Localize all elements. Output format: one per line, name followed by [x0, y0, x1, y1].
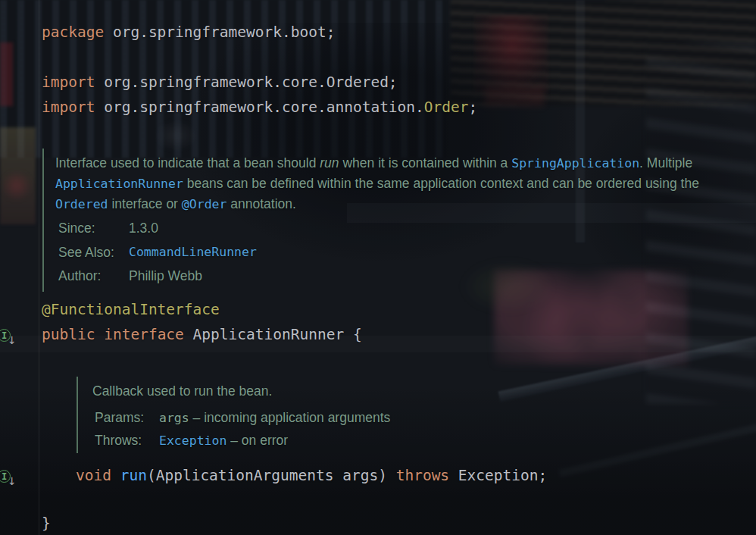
code-line-method-declaration[interactable]: void run(ApplicationArguments args) thro… — [76, 463, 547, 488]
method-name-run: run — [120, 467, 147, 484]
background-foliage — [461, 259, 555, 314]
semicolon: ; — [469, 99, 478, 116]
doc-link-ordered[interactable]: Ordered — [55, 197, 108, 211]
ide-editor: I ↓ I ↓ package org.springframework.boot… — [0, 0, 756, 535]
keyword-throws: throws — [396, 467, 458, 484]
background-rail — [498, 333, 756, 402]
implementations-arrow-icon[interactable]: ↓ — [8, 334, 17, 346]
code-line-import-ordered[interactable]: import org.springframework.core.Ordered; — [42, 70, 398, 95]
method-signature: (ApplicationArguments args) — [147, 467, 396, 484]
open-brace: { — [353, 326, 362, 343]
keyword-interface: interface — [104, 326, 192, 343]
background-red-sign — [474, 15, 548, 92]
keyword-package: package — [42, 23, 113, 41]
close-brace: } — [42, 515, 51, 532]
since-label: Since: — [58, 220, 129, 236]
package-path: org.springframework.boot; — [113, 23, 336, 41]
background-poster-red-dot — [2, 170, 32, 202]
code-line-closing-brace[interactable]: } — [42, 511, 51, 535]
doc-comment-guide-line[interactable] — [42, 149, 44, 292]
background-bouquet-wraps — [646, 42, 756, 404]
author-label: Author: — [58, 268, 129, 284]
implementations-arrow-icon[interactable]: ↓ — [8, 475, 17, 487]
author-value: Phillip Webb — [129, 268, 202, 284]
doc-text: Callback used to run the bean. — [92, 383, 272, 399]
import-order-class: Order — [424, 99, 469, 116]
doc-text: . Multiple — [639, 155, 692, 171]
param-name-args: args — [159, 411, 189, 425]
background-roses — [494, 270, 688, 365]
doc-author-row: Author: Phillip Webb — [58, 268, 202, 284]
doc-throws-row: Throws: Exception – on error — [95, 432, 288, 449]
code-line-interface-declaration[interactable]: public interface ApplicationRunner { — [42, 322, 362, 347]
doc-link-application-runner[interactable]: ApplicationRunner — [55, 177, 183, 191]
doc-link-exception[interactable]: Exception — [159, 433, 226, 448]
params-label: Params: — [95, 409, 159, 427]
background-poles — [451, 0, 756, 106]
background-light-blob — [154, 120, 198, 152]
since-value: 1.3.0 — [129, 220, 158, 236]
class-doc-paragraph: Interface used to indicate that a bean s… — [55, 153, 741, 214]
method-doc-summary: Callback used to run the bean. — [92, 381, 272, 401]
exception-type: Exception; — [458, 467, 547, 484]
background-left-red-sign — [0, 42, 13, 106]
annotation-functional-interface: @FunctionalInterface — [42, 301, 220, 318]
import-path: org.springframework.core.annotation. — [104, 99, 424, 116]
code-line-package[interactable]: package org.springframework.boot; — [42, 20, 335, 45]
interface-gutter-marker[interactable]: I ↓ — [0, 329, 17, 352]
doc-since-row: Since: 1.3.0 — [58, 220, 158, 236]
background-rail-lower — [559, 418, 756, 477]
doc-see-also-row: See Also: CommandLineRunner — [58, 244, 257, 261]
throws-label: Throws: — [95, 432, 159, 449]
method-gutter-marker[interactable]: I ↓ — [0, 470, 17, 493]
interface-icon-letter: I — [2, 471, 7, 482]
param-description: – incoming application arguments — [189, 410, 391, 425]
doc-text: Interface used to indicate that a bean s… — [55, 155, 320, 171]
doc-params-row: Params: args – incoming application argu… — [95, 409, 390, 427]
background-poster — [0, 127, 36, 224]
interface-icon-letter: I — [2, 330, 7, 341]
doc-emphasis-run: run — [320, 155, 339, 171]
code-line-import-order[interactable]: import org.springframework.core.annotati… — [42, 95, 477, 120]
code-line-functional-interface-annotation[interactable]: @FunctionalInterface — [42, 297, 220, 322]
see-also-label: See Also: — [58, 244, 129, 261]
import-path: org.springframework.core.Ordered; — [104, 74, 397, 91]
interface-name: ApplicationRunner — [193, 326, 353, 343]
background-red-sign-small — [485, 86, 544, 106]
throws-description: – on error — [226, 433, 288, 448]
keyword-public: public — [42, 326, 104, 343]
doc-text: annotation. — [226, 196, 295, 211]
doc-comment-guide-line-method[interactable] — [77, 377, 78, 453]
keyword-import: import — [42, 99, 104, 116]
doc-link-order-annotation[interactable]: @Order — [182, 197, 227, 211]
doc-text: when it is contained within a — [339, 155, 512, 171]
doc-text: beans can be defined within the same app… — [183, 176, 699, 191]
keyword-import: import — [42, 74, 104, 91]
doc-link-spring-application[interactable]: SpringApplication — [511, 156, 639, 171]
gutter-separator — [39, 0, 39, 535]
background-umbrella — [189, 23, 576, 261]
doc-text: interface or — [108, 196, 182, 211]
keyword-void: void — [76, 467, 120, 484]
doc-link-command-line-runner[interactable]: CommandLineRunner — [129, 244, 257, 261]
